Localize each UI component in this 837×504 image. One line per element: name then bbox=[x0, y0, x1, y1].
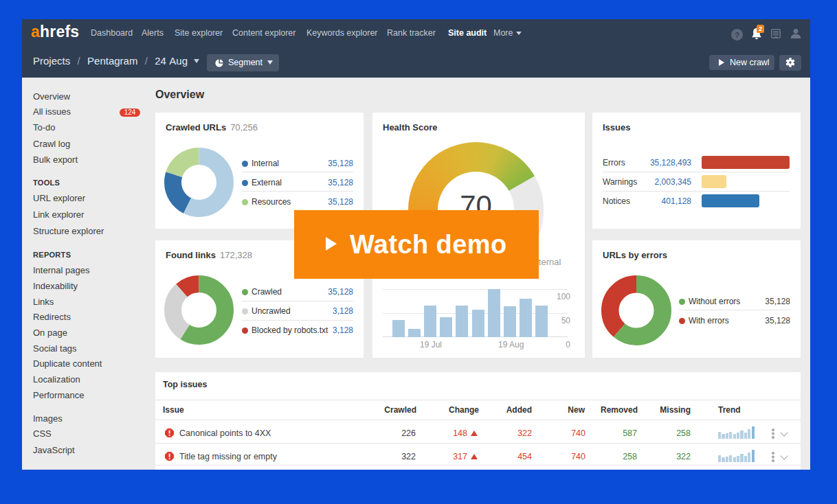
svg-text:?: ? bbox=[735, 31, 739, 39]
